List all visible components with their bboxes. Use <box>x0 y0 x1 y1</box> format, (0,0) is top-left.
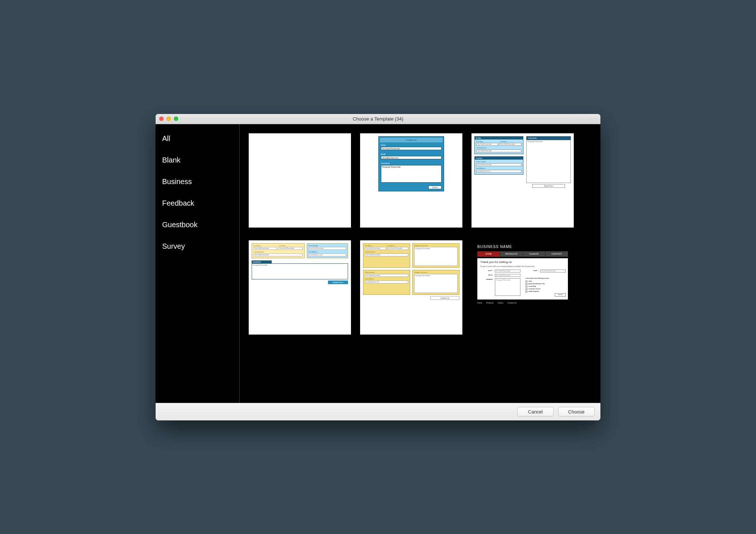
sidebar-item-guestbook[interactable]: Guestbook <box>156 214 239 236</box>
zoom-icon[interactable] <box>174 117 178 121</box>
sidebar-item-survey[interactable]: Survey <box>156 236 239 257</box>
template-thumb-contact-blue[interactable]: Contact Us Name Text Field Placeholder E… <box>360 133 462 228</box>
sidebar-item-all[interactable]: All <box>156 128 239 149</box>
sidebar-item-business[interactable]: Business <box>156 171 239 192</box>
template-thumb-feedback-mixed[interactable]: First NameText Field Placeholder Last Na… <box>249 240 351 335</box>
template-thumb-profile-comments[interactable]: Profile First NameText Field Placeholder… <box>471 133 574 228</box>
sidebar-item-blank[interactable]: Blank <box>156 149 239 171</box>
t2-header: Contact Us <box>380 138 443 142</box>
sidebar-item-feedback[interactable]: Feedback <box>156 192 239 214</box>
minimize-icon[interactable] <box>167 117 171 121</box>
footer: Cancel Choose <box>156 403 600 420</box>
traffic-lights <box>159 117 178 121</box>
window-title: Choose a Template (34) <box>353 116 404 122</box>
template-thumb-blank[interactable] <box>249 133 351 228</box>
template-thumb-business-site[interactable]: BUSINESS NAME HOME PRODUCTS CLIENTS CONT… <box>471 240 574 335</box>
template-chooser-window: Choose a Template (34) All Blank Busines… <box>156 114 600 420</box>
close-icon[interactable] <box>159 117 164 121</box>
titlebar: Choose a Template (34) <box>156 114 600 124</box>
choose-button[interactable]: Choose <box>558 407 595 416</box>
sidebar: All Blank Business Feedback Guestbook Su… <box>156 124 240 403</box>
template-thumb-feedback-sections[interactable]: First NameText Field Placeholder Last Na… <box>360 240 462 335</box>
template-gallery[interactable]: Contact Us Name Text Field Placeholder E… <box>240 124 600 403</box>
cancel-button[interactable]: Cancel <box>517 407 554 416</box>
